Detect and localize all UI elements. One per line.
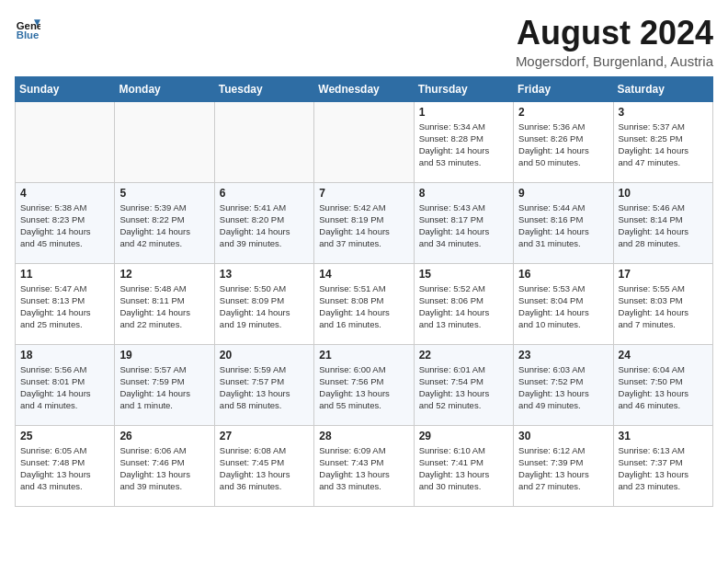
cell-content: Sunrise: 5:41 AM Sunset: 8:20 PM Dayligh… (220, 201, 309, 250)
calendar-cell: 14Sunrise: 5:51 AM Sunset: 8:08 PM Dayli… (314, 263, 414, 344)
calendar-cell: 19Sunrise: 5:57 AM Sunset: 7:59 PM Dayli… (115, 344, 214, 425)
cell-content: Sunrise: 5:36 AM Sunset: 8:26 PM Dayligh… (518, 121, 608, 169)
cell-content: Sunrise: 5:47 AM Sunset: 8:13 PM Dayligh… (20, 282, 109, 331)
weekday-header-friday: Friday (514, 76, 613, 101)
day-number: 26 (119, 430, 209, 442)
cell-content: Sunrise: 5:42 AM Sunset: 8:19 PM Dayligh… (319, 201, 408, 250)
cell-content: Sunrise: 5:53 AM Sunset: 8:04 PM Dayligh… (518, 282, 608, 331)
calendar-cell: 17Sunrise: 5:55 AM Sunset: 8:03 PM Dayli… (613, 263, 712, 344)
logo: General Blue (15, 15, 40, 40)
day-number: 12 (119, 268, 209, 281)
cell-content: Sunrise: 5:37 AM Sunset: 8:25 PM Dayligh… (619, 121, 708, 169)
calendar-cell: 12Sunrise: 5:48 AM Sunset: 8:11 PM Dayli… (115, 263, 214, 344)
day-number: 19 (119, 349, 209, 362)
day-number: 16 (518, 268, 608, 281)
location-subtitle: Mogersdorf, Burgenland, Austria (516, 53, 713, 69)
calendar-cell: 5Sunrise: 5:39 AM Sunset: 8:22 PM Daylig… (115, 182, 214, 263)
calendar-cell: 22Sunrise: 6:01 AM Sunset: 7:54 PM Dayli… (414, 344, 513, 425)
calendar-cell: 4Sunrise: 5:38 AM Sunset: 8:23 PM Daylig… (16, 182, 115, 263)
day-number: 27 (220, 430, 309, 442)
calendar-week-2: 4Sunrise: 5:38 AM Sunset: 8:23 PM Daylig… (16, 182, 713, 263)
cell-content: Sunrise: 5:59 AM Sunset: 7:57 PM Dayligh… (220, 363, 309, 412)
cell-content: Sunrise: 6:08 AM Sunset: 7:45 PM Dayligh… (220, 444, 309, 493)
cell-content: Sunrise: 6:10 AM Sunset: 7:41 PM Dayligh… (419, 444, 508, 493)
cell-content: Sunrise: 6:06 AM Sunset: 7:46 PM Dayligh… (119, 444, 209, 493)
month-year-title: August 2024 (516, 15, 713, 52)
calendar-cell: 1Sunrise: 5:34 AM Sunset: 8:28 PM Daylig… (414, 101, 513, 182)
calendar-cell: 28Sunrise: 6:09 AM Sunset: 7:43 PM Dayli… (314, 425, 414, 506)
day-number: 22 (419, 349, 508, 362)
logo-icon: General Blue (15, 15, 40, 40)
calendar-week-3: 11Sunrise: 5:47 AM Sunset: 8:13 PM Dayli… (16, 263, 713, 344)
cell-content: Sunrise: 5:52 AM Sunset: 8:06 PM Dayligh… (419, 282, 508, 331)
calendar-cell: 9Sunrise: 5:44 AM Sunset: 8:16 PM Daylig… (514, 182, 613, 263)
page-header: General Blue August 2024 Mogersdorf, Bur… (15, 15, 713, 69)
calendar-cell: 26Sunrise: 6:06 AM Sunset: 7:46 PM Dayli… (115, 425, 214, 506)
weekday-header-tuesday: Tuesday (214, 76, 313, 101)
day-number: 13 (220, 268, 309, 281)
day-number: 4 (20, 187, 109, 200)
calendar-cell (16, 101, 115, 182)
cell-content: Sunrise: 6:00 AM Sunset: 7:56 PM Dayligh… (319, 363, 408, 412)
day-number: 14 (319, 268, 408, 281)
day-number: 2 (518, 106, 608, 119)
day-number: 5 (119, 187, 209, 200)
day-number: 30 (518, 430, 608, 442)
cell-content: Sunrise: 5:56 AM Sunset: 8:01 PM Dayligh… (20, 363, 109, 412)
cell-content: Sunrise: 6:03 AM Sunset: 7:52 PM Dayligh… (518, 363, 608, 412)
calendar-cell (314, 101, 414, 182)
cell-content: Sunrise: 5:46 AM Sunset: 8:14 PM Dayligh… (619, 201, 708, 250)
cell-content: Sunrise: 6:12 AM Sunset: 7:39 PM Dayligh… (518, 444, 608, 493)
calendar-cell: 16Sunrise: 5:53 AM Sunset: 8:04 PM Dayli… (514, 263, 613, 344)
calendar-cell: 27Sunrise: 6:08 AM Sunset: 7:45 PM Dayli… (214, 425, 313, 506)
day-number: 18 (20, 349, 109, 362)
calendar-cell: 29Sunrise: 6:10 AM Sunset: 7:41 PM Dayli… (414, 425, 513, 506)
day-number: 15 (419, 268, 508, 281)
calendar-cell (214, 101, 313, 182)
day-number: 6 (220, 187, 309, 200)
calendar-cell: 30Sunrise: 6:12 AM Sunset: 7:39 PM Dayli… (514, 425, 613, 506)
calendar-cell: 7Sunrise: 5:42 AM Sunset: 8:19 PM Daylig… (314, 182, 414, 263)
day-number: 9 (518, 187, 608, 200)
day-number: 11 (20, 268, 109, 281)
calendar-cell: 31Sunrise: 6:13 AM Sunset: 7:37 PM Dayli… (613, 425, 712, 506)
weekday-header-wednesday: Wednesday (314, 76, 414, 101)
day-number: 7 (319, 187, 408, 200)
calendar-week-4: 18Sunrise: 5:56 AM Sunset: 8:01 PM Dayli… (16, 344, 713, 425)
day-number: 25 (20, 430, 109, 442)
calendar-table: SundayMondayTuesdayWednesdayThursdayFrid… (15, 76, 713, 507)
day-number: 28 (319, 430, 408, 442)
cell-content: Sunrise: 6:13 AM Sunset: 7:37 PM Dayligh… (619, 444, 708, 493)
calendar-cell: 15Sunrise: 5:52 AM Sunset: 8:06 PM Dayli… (414, 263, 513, 344)
day-number: 29 (419, 430, 508, 442)
weekday-header-monday: Monday (115, 76, 214, 101)
weekday-header-thursday: Thursday (414, 76, 513, 101)
cell-content: Sunrise: 5:48 AM Sunset: 8:11 PM Dayligh… (119, 282, 209, 331)
calendar-cell: 25Sunrise: 6:05 AM Sunset: 7:48 PM Dayli… (16, 425, 115, 506)
day-number: 3 (619, 106, 708, 119)
calendar-cell: 24Sunrise: 6:04 AM Sunset: 7:50 PM Dayli… (613, 344, 712, 425)
cell-content: Sunrise: 6:04 AM Sunset: 7:50 PM Dayligh… (619, 363, 708, 412)
calendar-cell: 2Sunrise: 5:36 AM Sunset: 8:26 PM Daylig… (514, 101, 613, 182)
cell-content: Sunrise: 5:51 AM Sunset: 8:08 PM Dayligh… (319, 282, 408, 331)
title-block: August 2024 Mogersdorf, Burgenland, Aust… (516, 15, 713, 69)
cell-content: Sunrise: 5:38 AM Sunset: 8:23 PM Dayligh… (20, 201, 109, 250)
cell-content: Sunrise: 5:55 AM Sunset: 8:03 PM Dayligh… (619, 282, 708, 331)
cell-content: Sunrise: 6:01 AM Sunset: 7:54 PM Dayligh… (419, 363, 508, 412)
svg-text:Blue: Blue (17, 29, 40, 40)
cell-content: Sunrise: 6:05 AM Sunset: 7:48 PM Dayligh… (20, 444, 109, 493)
day-number: 31 (619, 430, 708, 442)
cell-content: Sunrise: 5:44 AM Sunset: 8:16 PM Dayligh… (518, 201, 608, 250)
weekday-header-sunday: Sunday (16, 76, 115, 101)
day-number: 21 (319, 349, 408, 362)
day-number: 20 (220, 349, 309, 362)
cell-content: Sunrise: 5:34 AM Sunset: 8:28 PM Dayligh… (419, 121, 508, 169)
calendar-week-5: 25Sunrise: 6:05 AM Sunset: 7:48 PM Dayli… (16, 425, 713, 506)
calendar-cell: 10Sunrise: 5:46 AM Sunset: 8:14 PM Dayli… (613, 182, 712, 263)
day-number: 1 (419, 106, 508, 119)
calendar-cell: 3Sunrise: 5:37 AM Sunset: 8:25 PM Daylig… (613, 101, 712, 182)
calendar-cell: 8Sunrise: 5:43 AM Sunset: 8:17 PM Daylig… (414, 182, 513, 263)
day-number: 24 (619, 349, 708, 362)
calendar-cell: 13Sunrise: 5:50 AM Sunset: 8:09 PM Dayli… (214, 263, 313, 344)
calendar-cell: 23Sunrise: 6:03 AM Sunset: 7:52 PM Dayli… (514, 344, 613, 425)
